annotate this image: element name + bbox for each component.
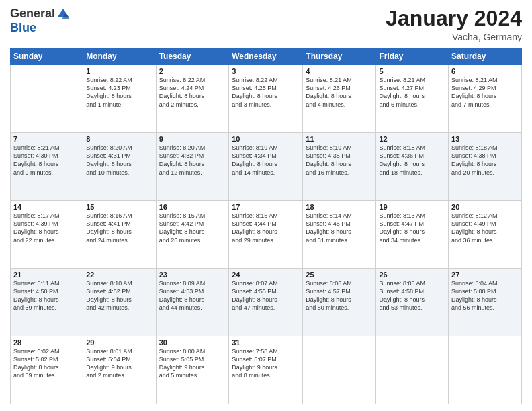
day-number: 22: [86, 271, 152, 279]
calendar-day-cell: 8Sunrise: 8:20 AMSunset: 4:31 PMDaylight…: [83, 133, 156, 201]
day-number: 17: [232, 203, 300, 211]
day-info: Sunrise: 8:18 AMSunset: 4:36 PMDaylight:…: [379, 144, 445, 177]
day-number: 29: [86, 338, 152, 347]
day-number: 5: [379, 67, 445, 75]
day-info: Sunrise: 8:17 AMSunset: 4:39 PMDaylight:…: [13, 212, 80, 244]
day-number: 28: [13, 338, 80, 347]
page-container: General Blue January 2024 Vacha, Germany…: [0, 0, 532, 411]
calendar-day-cell: 14Sunrise: 8:17 AMSunset: 4:39 PMDayligh…: [11, 201, 83, 269]
month-title: January 2024: [386, 7, 522, 30]
calendar-day-cell: 10Sunrise: 8:19 AMSunset: 4:34 PMDayligh…: [229, 133, 303, 201]
day-info: Sunrise: 8:19 AMSunset: 4:34 PMDaylight:…: [232, 144, 300, 177]
calendar-day-cell: 6Sunrise: 8:21 AMSunset: 4:29 PMDaylight…: [449, 65, 522, 133]
day-number: 31: [232, 338, 300, 347]
header-saturday: Saturday: [449, 48, 522, 65]
day-number: 11: [306, 135, 373, 143]
day-number: 1: [86, 67, 152, 75]
header-friday: Friday: [376, 48, 449, 65]
calendar-table: Sunday Monday Tuesday Wednesday Thursday…: [10, 48, 522, 404]
day-number: 19: [379, 203, 445, 211]
day-number: 24: [232, 271, 300, 279]
calendar-day-cell: 23Sunrise: 8:09 AMSunset: 4:53 PMDayligh…: [156, 269, 229, 336]
day-info: Sunrise: 8:15 AMSunset: 4:42 PMDaylight:…: [159, 212, 226, 244]
calendar-week-row: 28Sunrise: 8:02 AMSunset: 5:02 PMDayligh…: [11, 336, 522, 404]
calendar-day-cell: 16Sunrise: 8:15 AMSunset: 4:42 PMDayligh…: [156, 201, 229, 269]
calendar-day-cell: 31Sunrise: 7:58 AMSunset: 5:07 PMDayligh…: [229, 336, 303, 404]
day-info: Sunrise: 8:04 AMSunset: 5:00 PMDaylight:…: [451, 279, 519, 312]
calendar-day-cell: 4Sunrise: 8:21 AMSunset: 4:26 PMDaylight…: [303, 65, 376, 133]
day-info: Sunrise: 8:18 AMSunset: 4:38 PMDaylight:…: [451, 144, 519, 177]
calendar-day-cell: 17Sunrise: 8:15 AMSunset: 4:44 PMDayligh…: [229, 201, 303, 269]
day-info: Sunrise: 8:01 AMSunset: 5:04 PMDaylight:…: [86, 347, 152, 380]
calendar-header-row: Sunday Monday Tuesday Wednesday Thursday…: [11, 48, 522, 65]
day-number: 7: [13, 135, 80, 143]
day-number: 21: [13, 271, 80, 279]
calendar-day-cell: 15Sunrise: 8:16 AMSunset: 4:41 PMDayligh…: [83, 201, 156, 269]
calendar-day-cell: [376, 336, 449, 404]
day-info: Sunrise: 8:22 AMSunset: 4:24 PMDaylight:…: [159, 76, 226, 109]
calendar-day-cell: 18Sunrise: 8:14 AMSunset: 4:45 PMDayligh…: [303, 201, 376, 269]
day-info: Sunrise: 8:22 AMSunset: 4:25 PMDaylight:…: [232, 76, 300, 109]
day-number: 10: [232, 135, 300, 143]
logo: General Blue: [10, 7, 70, 35]
logo-general-text: General: [10, 7, 55, 21]
calendar-day-cell: 3Sunrise: 8:22 AMSunset: 4:25 PMDaylight…: [229, 65, 303, 133]
calendar-day-cell: [11, 65, 83, 133]
calendar-day-cell: 5Sunrise: 8:21 AMSunset: 4:27 PMDaylight…: [376, 65, 449, 133]
day-info: Sunrise: 8:21 AMSunset: 4:27 PMDaylight:…: [379, 76, 445, 109]
calendar-day-cell: 22Sunrise: 8:10 AMSunset: 4:52 PMDayligh…: [83, 269, 156, 336]
header: General Blue January 2024 Vacha, Germany: [10, 7, 522, 42]
day-info: Sunrise: 8:21 AMSunset: 4:26 PMDaylight:…: [306, 76, 373, 109]
day-number: 25: [306, 271, 373, 279]
calendar-day-cell: 9Sunrise: 8:20 AMSunset: 4:32 PMDaylight…: [156, 133, 229, 201]
day-info: Sunrise: 8:22 AMSunset: 4:23 PMDaylight:…: [86, 76, 152, 109]
calendar-day-cell: 11Sunrise: 8:19 AMSunset: 4:35 PMDayligh…: [303, 133, 376, 201]
logo-icon: [56, 7, 70, 21]
day-number: 4: [306, 67, 373, 75]
calendar-day-cell: 12Sunrise: 8:18 AMSunset: 4:36 PMDayligh…: [376, 133, 449, 201]
location: Vacha, Germany: [386, 32, 522, 42]
day-number: 23: [159, 271, 226, 279]
day-number: 15: [86, 203, 152, 211]
day-number: 26: [379, 271, 445, 279]
day-info: Sunrise: 8:21 AMSunset: 4:29 PMDaylight:…: [451, 76, 519, 109]
day-number: 14: [13, 203, 80, 211]
day-number: 8: [86, 135, 152, 143]
day-info: Sunrise: 8:13 AMSunset: 4:47 PMDaylight:…: [379, 212, 445, 244]
day-info: Sunrise: 8:10 AMSunset: 4:52 PMDaylight:…: [86, 279, 152, 312]
day-info: Sunrise: 8:20 AMSunset: 4:31 PMDaylight:…: [86, 144, 152, 177]
logo-blue-text: Blue: [10, 21, 36, 35]
header-tuesday: Tuesday: [156, 48, 229, 65]
calendar-day-cell: 20Sunrise: 8:12 AMSunset: 4:49 PMDayligh…: [449, 201, 522, 269]
calendar-day-cell: 21Sunrise: 8:11 AMSunset: 4:50 PMDayligh…: [11, 269, 83, 336]
header-monday: Monday: [83, 48, 156, 65]
calendar-day-cell: 29Sunrise: 8:01 AMSunset: 5:04 PMDayligh…: [83, 336, 156, 404]
calendar-week-row: 21Sunrise: 8:11 AMSunset: 4:50 PMDayligh…: [11, 269, 522, 336]
calendar-day-cell: 30Sunrise: 8:00 AMSunset: 5:05 PMDayligh…: [156, 336, 229, 404]
day-number: 18: [306, 203, 373, 211]
header-thursday: Thursday: [303, 48, 376, 65]
calendar-day-cell: [303, 336, 376, 404]
calendar-week-row: 7Sunrise: 8:21 AMSunset: 4:30 PMDaylight…: [11, 133, 522, 201]
calendar-week-row: 1Sunrise: 8:22 AMSunset: 4:23 PMDaylight…: [11, 65, 522, 133]
day-info: Sunrise: 8:20 AMSunset: 4:32 PMDaylight:…: [159, 144, 226, 177]
day-number: 9: [159, 135, 226, 143]
day-info: Sunrise: 8:06 AMSunset: 4:57 PMDaylight:…: [306, 279, 373, 312]
day-number: 3: [232, 67, 300, 75]
day-info: Sunrise: 7:58 AMSunset: 5:07 PMDaylight:…: [232, 347, 300, 380]
day-info: Sunrise: 8:16 AMSunset: 4:41 PMDaylight:…: [86, 212, 152, 244]
day-info: Sunrise: 8:21 AMSunset: 4:30 PMDaylight:…: [13, 144, 80, 177]
day-info: Sunrise: 8:07 AMSunset: 4:55 PMDaylight:…: [232, 279, 300, 312]
calendar-day-cell: [449, 336, 522, 404]
day-number: 13: [451, 135, 519, 143]
day-number: 6: [451, 67, 519, 75]
calendar-day-cell: 27Sunrise: 8:04 AMSunset: 5:00 PMDayligh…: [449, 269, 522, 336]
day-info: Sunrise: 8:14 AMSunset: 4:45 PMDaylight:…: [306, 212, 373, 244]
day-info: Sunrise: 8:15 AMSunset: 4:44 PMDaylight:…: [232, 212, 300, 244]
day-info: Sunrise: 8:05 AMSunset: 4:58 PMDaylight:…: [379, 279, 445, 312]
day-number: 16: [159, 203, 226, 211]
calendar-day-cell: 28Sunrise: 8:02 AMSunset: 5:02 PMDayligh…: [11, 336, 83, 404]
header-wednesday: Wednesday: [229, 48, 303, 65]
day-info: Sunrise: 8:19 AMSunset: 4:35 PMDaylight:…: [306, 144, 373, 177]
header-sunday: Sunday: [11, 48, 83, 65]
